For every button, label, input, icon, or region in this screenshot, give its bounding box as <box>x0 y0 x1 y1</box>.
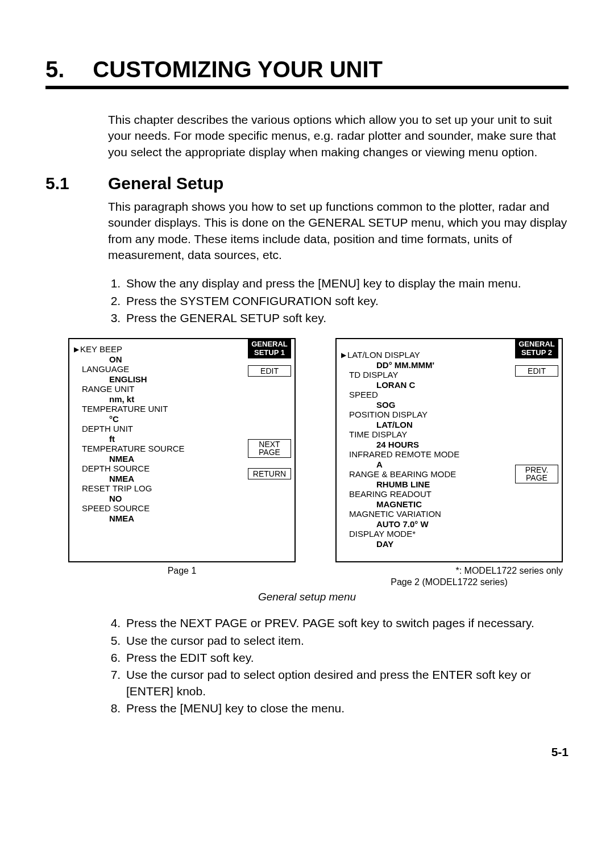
step-item: Press the SYSTEM CONFIGURATION soft key. <box>124 293 569 309</box>
softkey-column: GENERAL SETUP 2 EDIT PREV. PAGE <box>515 339 558 483</box>
step-item: Press the NEXT PAGE or PREV. PAGE soft k… <box>124 615 569 631</box>
cursor-icon: ▶ <box>341 352 346 359</box>
panel-captions-row1: Page 1 *: MODEL1722 series only <box>68 566 563 576</box>
menu-value: nm, kt <box>109 395 241 404</box>
menu-label: TEMPERATURE SOURCE <box>82 444 185 453</box>
menu-value: ENGLISH <box>109 375 241 385</box>
menu-label: RESET TRIP LOG <box>82 483 152 493</box>
steps-list-b: Press the NEXT PAGE or PREV. PAGE soft k… <box>108 615 569 716</box>
section-number: 5.1 <box>45 174 108 193</box>
menu-value: SOG <box>376 400 508 410</box>
step-item: Press the [MENU] key to close the menu. <box>124 700 569 716</box>
menu-value: ON <box>109 355 241 365</box>
menu-label: SPEED <box>349 390 378 399</box>
general-setup-1-panel: ▶KEY BEEP ON LANGUAGE ENGLISH RANGE UNIT… <box>68 338 296 562</box>
section-heading: 5.1 General Setup <box>45 174 569 193</box>
softkey-line2: PAGE <box>526 473 547 482</box>
menu-value: NMEA <box>109 454 241 464</box>
panel-title-l2: SETUP 2 <box>521 348 552 357</box>
chapter-number: 5. <box>45 57 64 82</box>
step-item: Press the GENERAL SETUP soft key. <box>124 310 569 326</box>
softkey-column: GENERAL SETUP 1 EDIT NEXT PAGE RETURN <box>248 339 291 479</box>
menu-label: RANGE UNIT <box>82 384 135 394</box>
edit-softkey[interactable]: EDIT <box>248 365 291 377</box>
panel-title-l1: GENERAL <box>518 340 555 348</box>
menu-value: NMEA <box>109 514 241 524</box>
panel-title: GENERAL SETUP 1 <box>248 339 291 358</box>
panel-title: GENERAL SETUP 2 <box>515 339 558 358</box>
figure-panels: ▶KEY BEEP ON LANGUAGE ENGLISH RANGE UNIT… <box>68 338 569 562</box>
menu-value: DAY <box>376 540 508 549</box>
menu-value: RHUMB LINE <box>376 480 508 490</box>
menu-label: LANGUAGE <box>82 364 129 374</box>
menu-value: LAT/LON <box>376 420 508 430</box>
page1-caption: Page 1 <box>68 566 296 576</box>
menu-label: DEPTH UNIT <box>82 424 133 433</box>
steps-list-a: Show the any display and press the [MENU… <box>108 276 569 326</box>
cursor-icon: ▶ <box>74 346 79 353</box>
menu-value: ft <box>109 435 241 444</box>
chapter-heading: 5. CUSTOMIZING YOUR UNIT <box>45 57 569 89</box>
page-number: 5-1 <box>45 745 569 759</box>
menu-value: NO <box>109 494 241 504</box>
menu-label: TEMPERATURE UNIT <box>82 404 168 414</box>
panel-captions-row2: Page 2 (MODEL1722 series) <box>68 577 563 587</box>
menu-label: DEPTH SOURCE <box>82 464 150 473</box>
page2-caption: Page 2 (MODEL1722 series) <box>335 577 563 587</box>
menu-value: 24 HOURS <box>376 440 508 450</box>
chapter-title: CUSTOMIZING YOUR UNIT <box>93 57 383 82</box>
chapter-intro: This chapter describes the various optio… <box>108 112 569 160</box>
step-item: Use the cursor pad to select item. <box>124 633 569 649</box>
edit-softkey[interactable]: EDIT <box>515 365 558 377</box>
section-body: This paragraph shows you how to set up f… <box>108 199 569 263</box>
prev-page-softkey[interactable]: PREV. PAGE <box>515 465 558 483</box>
menu-label: RANGE & BEARING MODE <box>349 469 456 479</box>
menu-label: INFRARED REMOTE MODE <box>349 449 459 459</box>
menu-value: DD° MM.MMM' <box>376 361 508 370</box>
menu-label: SPEED SOURCE <box>82 503 150 513</box>
softkey-line2: PAGE <box>259 448 280 457</box>
return-softkey[interactable]: RETURN <box>248 468 291 479</box>
menu-list: ▶LAT/LON DISPLAY DD° MM.MMM' TD DISPLAY … <box>349 350 508 549</box>
next-page-softkey[interactable]: NEXT PAGE <box>248 439 291 458</box>
model-note: *: MODEL1722 series only <box>335 566 563 576</box>
menu-value: MAGNETIC <box>376 500 508 510</box>
step-item: Show the any display and press the [MENU… <box>124 276 569 291</box>
panel-title-l2: SETUP 1 <box>254 348 285 357</box>
step-item: Press the EDIT soft key. <box>124 650 569 666</box>
general-setup-2-panel: ▶LAT/LON DISPLAY DD° MM.MMM' TD DISPLAY … <box>335 338 563 562</box>
menu-label: POSITION DISPLAY <box>349 410 428 419</box>
menu-value: A <box>376 460 508 470</box>
section-title: General Setup <box>108 174 223 193</box>
panel-title-l1: GENERAL <box>251 340 288 348</box>
figure-caption: General setup menu <box>45 591 569 603</box>
menu-value: LORAN C <box>376 381 508 390</box>
step-item: Use the cursor pad to select option desi… <box>124 667 569 699</box>
menu-label: LAT/LON DISPLAY <box>347 350 420 360</box>
menu-label: KEY BEEP <box>80 344 122 354</box>
menu-label: DISPLAY MODE* <box>349 529 416 539</box>
menu-value: °C <box>109 415 241 424</box>
menu-value: AUTO 7.0° W <box>376 520 508 529</box>
menu-value: NMEA <box>109 474 241 484</box>
menu-label: TD DISPLAY <box>349 370 398 379</box>
menu-label: BEARING READOUT <box>349 489 432 499</box>
menu-label: MAGNETIC VARIATION <box>349 509 441 519</box>
menu-label: TIME DISPLAY <box>349 429 407 439</box>
menu-list: ▶KEY BEEP ON LANGUAGE ENGLISH RANGE UNIT… <box>82 345 241 523</box>
